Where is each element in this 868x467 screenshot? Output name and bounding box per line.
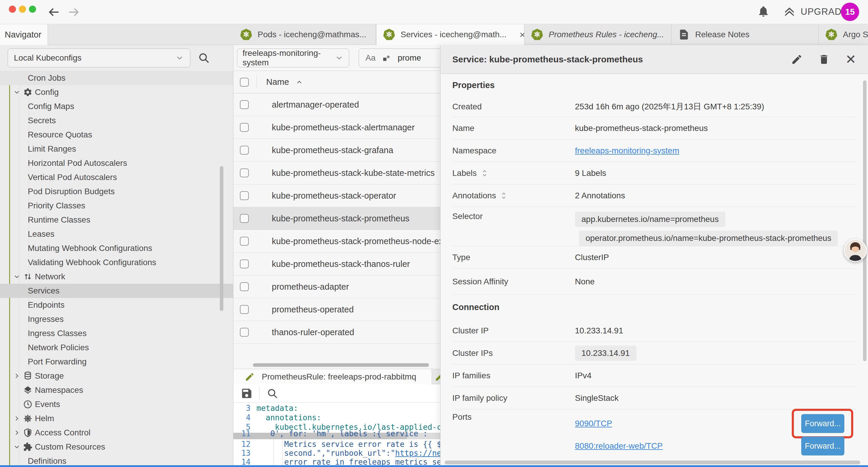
close-window-button[interactable] (9, 6, 16, 13)
sidebar-item-helm[interactable]: Helm (0, 411, 233, 426)
row-checkbox[interactable] (240, 100, 249, 109)
notifications-bell-icon[interactable] (757, 5, 770, 19)
kubeconfig-selector[interactable]: Local Kubeconfigs (8, 49, 190, 67)
editor-search-icon[interactable] (266, 387, 279, 400)
maximize-window-button[interactable] (29, 6, 36, 13)
match-case-toggle[interactable]: Aa (366, 53, 375, 63)
sidebar-item-validating-webhook-configurations[interactable]: Validating Webhook Configurations (0, 255, 233, 269)
table-row-kube-prometheus-stack-prometheus[interactable]: kube-prometheus-stack-prometheus (234, 207, 440, 230)
sidebar-item-resource-quotas[interactable]: Resource Quotas (0, 128, 233, 142)
search-input[interactable]: Aa * prome (359, 49, 440, 67)
table-row-kube-prometheus-stack-operator[interactable]: kube-prometheus-stack-operator (234, 184, 440, 207)
sidebar-item-access-control[interactable]: Access Control (0, 426, 233, 440)
table-row-thanos-ruler-operated[interactable]: thanos-ruler-operated (234, 321, 440, 344)
close-panel-icon[interactable]: ✕ (845, 53, 856, 66)
port-link[interactable]: 9090/TCP (575, 419, 612, 428)
table-row-kube-prometheus-stack-grafana[interactable]: kube-prometheus-stack-grafana (234, 139, 440, 162)
panel-horizontal-scrollbar-thumb[interactable] (445, 461, 860, 464)
table-row-prometheus-operated[interactable]: prometheus-operated (234, 298, 440, 321)
navigator-panel-tab[interactable]: Navigator (0, 24, 48, 45)
chevron-down-icon[interactable] (13, 88, 23, 96)
table-horizontal-scrollbar[interactable] (234, 363, 440, 368)
assistant-avatar[interactable] (844, 239, 867, 262)
row-checkbox[interactable] (240, 305, 249, 314)
sidebar-item-storage[interactable]: Storage (0, 369, 233, 383)
edit-pencil-icon[interactable] (791, 54, 803, 65)
name-column-header[interactable]: Name (266, 77, 289, 87)
row-checkbox[interactable] (240, 237, 249, 245)
sort-updown-icon[interactable] (481, 169, 488, 178)
tab-pods[interactable]: Pods - icecheng@mathmas... (234, 24, 376, 45)
sidebar-item-config-maps[interactable]: Config Maps (0, 99, 233, 114)
table-row-kube-prometheus-stack-alertmanager[interactable]: kube-prometheus-stack-alertmanager (234, 116, 440, 139)
tab-services[interactable]: Services - icecheng@math... × (376, 24, 524, 45)
table-row-kube-prometheus-stack-kube-state-metrics[interactable]: kube-prometheus-stack-kube-state-metrics (234, 162, 440, 184)
sidebar-item-definitions[interactable]: Definitions (0, 454, 233, 465)
sidebar-item-limit-ranges[interactable]: Limit Ranges (0, 142, 233, 156)
row-checkbox[interactable] (240, 214, 249, 223)
chevron-right-icon[interactable] (13, 429, 23, 437)
sidebar-search-icon[interactable] (197, 52, 210, 64)
sidebar-item-ingress-classes[interactable]: Ingress Classes (0, 326, 233, 341)
chevron-right-icon[interactable] (13, 415, 23, 422)
row-checkbox[interactable] (240, 328, 249, 337)
upgrade-button[interactable]: UPGRADE (783, 5, 848, 19)
sidebar-item-services[interactable]: Services (0, 284, 233, 298)
tab-prometheus-rules[interactable]: Prometheus Rules - icecheng... (524, 24, 672, 45)
tab-argo[interactable]: Argo Se (819, 24, 868, 45)
namespace-filter-dropdown[interactable]: freeleaps-monitoring-system (237, 49, 349, 67)
editor-tab-prometheusrule[interactable]: PrometheusRule: freeleaps-prod-rabbitmq (234, 369, 432, 384)
panel-scrollbar-thumb[interactable] (863, 80, 867, 361)
chevron-right-icon[interactable] (13, 372, 23, 380)
sidebar-item-cron-jobs[interactable]: Cron Jobs (0, 71, 233, 85)
namespace-link[interactable]: freeleaps-monitoring-system (575, 146, 679, 155)
minimize-window-button[interactable] (19, 6, 26, 13)
sidebar-item-config[interactable]: Config (0, 85, 233, 99)
tab-release-notes[interactable]: Release Notes (672, 24, 819, 45)
regex-toggle[interactable]: * (383, 54, 390, 62)
table-row-prometheus-adapter[interactable]: prometheus-adapter (234, 275, 440, 298)
scrollbar-thumb[interactable] (253, 363, 429, 367)
forward-button[interactable]: Forward... (801, 437, 844, 456)
port-link[interactable]: 8080:reloader-web/TCP (575, 441, 663, 451)
code-link[interactable]: https://net (395, 449, 440, 458)
sidebar-item-namespaces[interactable]: Namespaces (0, 383, 233, 397)
notification-count-badge[interactable]: 15 (841, 3, 859, 21)
row-checkbox[interactable] (240, 282, 249, 291)
forward-arrow-icon[interactable] (67, 5, 81, 19)
select-all-checkbox[interactable] (240, 78, 249, 87)
sidebar-item-priority-classes[interactable]: Priority Classes (0, 199, 233, 213)
forward-button[interactable]: Forward... (801, 414, 844, 433)
table-row-alertmanager-operated[interactable]: alertmanager-operated (234, 93, 440, 116)
row-checkbox[interactable] (240, 169, 249, 177)
sidebar-item-mutating-webhook-configurations[interactable]: Mutating Webhook Configurations (0, 241, 233, 255)
sidebar-item-leases[interactable]: Leases (0, 227, 233, 241)
chevron-down-icon[interactable] (13, 273, 23, 281)
sidebar-item-runtime-classes[interactable]: Runtime Classes (0, 213, 233, 227)
sort-ascending-icon[interactable] (296, 78, 303, 86)
sidebar-item-network[interactable]: Network (0, 269, 233, 284)
row-checkbox[interactable] (240, 123, 249, 132)
save-icon[interactable] (241, 387, 253, 400)
sidebar-item-horizontal-pod-autoscalers[interactable]: Horizontal Pod Autoscalers (0, 156, 233, 170)
close-tab-icon[interactable]: × (519, 30, 524, 39)
sort-updown-icon[interactable] (500, 191, 507, 200)
sidebar-item-port-forwarding[interactable]: Port Forwarding (0, 355, 233, 369)
chevron-down-icon[interactable] (13, 443, 23, 451)
sidebar-item-custom-resources[interactable]: Custom Resources (0, 440, 233, 454)
sidebar-item-events[interactable]: Events (0, 397, 233, 411)
sidebar-item-vertical-pod-autoscalers[interactable]: Vertical Pod Autoscalers (0, 170, 233, 184)
sidebar-item-network-policies[interactable]: Network Policies (0, 341, 233, 355)
sidebar-item-endpoints[interactable]: Endpoints (0, 298, 233, 312)
sidebar-item-ingresses[interactable]: Ingresses (0, 312, 233, 326)
row-checkbox[interactable] (240, 146, 249, 154)
back-arrow-icon[interactable] (47, 5, 61, 19)
sidebar-item-secrets[interactable]: Secrets (0, 114, 233, 128)
sidebar-scrollbar-thumb[interactable] (220, 166, 223, 311)
sidebar-item-pod-disruption-budgets[interactable]: Pod Disruption Budgets (0, 184, 233, 199)
table-row-kube-prometheus-stack-prometheus-node-expor[interactable]: kube-prometheus-stack-prometheus-node-ex… (234, 230, 440, 253)
row-checkbox[interactable] (240, 191, 249, 200)
yaml-editor[interactable]: 3metadata:4 annotations:5 kubectl.kubern… (234, 403, 440, 465)
editor-tab-partial[interactable] (432, 369, 440, 384)
delete-trash-icon[interactable] (818, 54, 830, 65)
